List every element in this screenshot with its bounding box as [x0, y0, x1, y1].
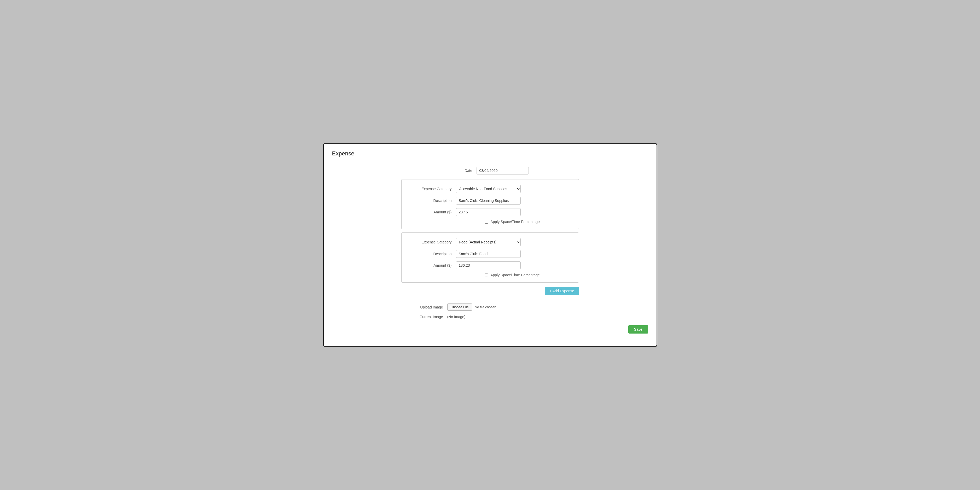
file-input-wrapper: Choose File No file chosen [447, 304, 496, 310]
checkbox-label-1: Apply Space/Time Percentage [490, 220, 540, 224]
current-image-row: Current Image (No Image) [401, 315, 579, 319]
save-button[interactable]: Save [628, 325, 648, 334]
expense-window: Expense Date Expense Category Allowable … [323, 143, 657, 347]
space-time-checkbox-1[interactable] [485, 220, 488, 224]
current-image-value: (No Image) [447, 315, 466, 319]
page-title: Expense [332, 150, 648, 157]
description-input-1[interactable] [456, 197, 521, 205]
description-label-1: Description [410, 199, 452, 203]
date-input[interactable] [477, 167, 529, 175]
description-row-2: Description [410, 250, 570, 258]
amount-label-1: Amount ($) [410, 210, 452, 214]
space-time-checkbox-2[interactable] [485, 273, 488, 277]
amount-label-2: Amount ($) [410, 263, 452, 267]
upload-section: Upload Image Choose File No file chosen … [401, 304, 579, 319]
checkbox-row-1: Apply Space/Time Percentage [410, 220, 570, 224]
checkbox-row-2: Apply Space/Time Percentage [410, 273, 570, 277]
expense-category-row-1: Expense Category Allowable Non-Food Supp… [410, 185, 570, 193]
expense-category-select-1[interactable]: Allowable Non-Food Supplies Food (Actual… [456, 185, 521, 193]
description-input-2[interactable] [456, 250, 521, 258]
expense-category-label-2: Expense Category [410, 240, 452, 244]
expense-category-label-1: Expense Category [410, 187, 452, 191]
description-label-2: Description [410, 252, 452, 256]
add-expense-button[interactable]: + Add Expense [545, 287, 579, 295]
expense-category-select-2[interactable]: Allowable Non-Food Supplies Food (Actual… [456, 238, 521, 246]
amount-row-1: Amount ($) [410, 208, 570, 216]
divider [332, 160, 648, 161]
date-label: Date [452, 169, 473, 173]
checkbox-label-2: Apply Space/Time Percentage [490, 273, 540, 277]
upload-row: Upload Image Choose File No file chosen [401, 304, 579, 310]
save-row: Save [332, 325, 648, 334]
choose-file-button[interactable]: Choose File [447, 304, 472, 310]
expense-card-1: Expense Category Allowable Non-Food Supp… [401, 179, 579, 229]
expense-card-2: Expense Category Allowable Non-Food Supp… [401, 232, 579, 283]
description-row-1: Description [410, 197, 570, 205]
amount-input-1[interactable] [456, 208, 521, 216]
current-image-label: Current Image [401, 315, 443, 319]
add-expense-row: + Add Expense [401, 287, 579, 295]
no-file-text: No file chosen [475, 305, 496, 309]
amount-input-2[interactable] [456, 261, 521, 269]
upload-label: Upload Image [401, 305, 443, 309]
amount-row-2: Amount ($) [410, 261, 570, 269]
date-row: Date [332, 167, 648, 175]
expense-category-row-2: Expense Category Allowable Non-Food Supp… [410, 238, 570, 246]
